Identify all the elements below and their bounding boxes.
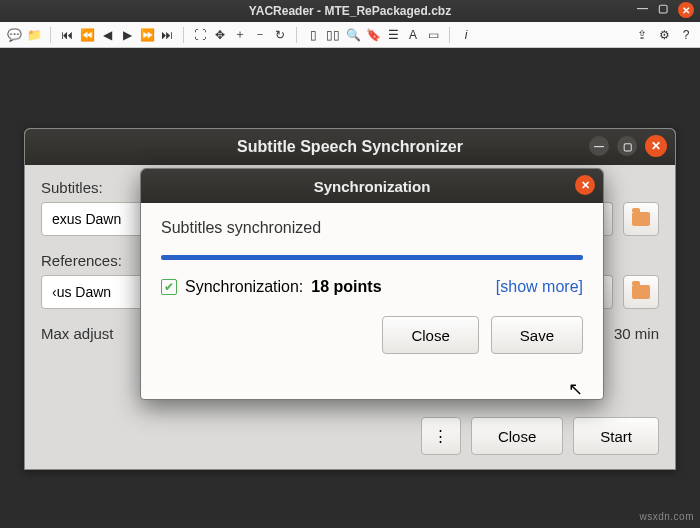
sync-save-button[interactable]: Save	[491, 316, 583, 354]
sss-start-button[interactable]: Start	[573, 417, 659, 455]
toolbar-separator	[296, 27, 297, 43]
bookmark-icon[interactable]: 🔖	[365, 27, 381, 43]
sss-titlebar: Subtitle Speech Synchronizer — ▢ ✕	[25, 129, 675, 165]
sync-title: Synchronization	[314, 178, 431, 195]
yacreader-toolbar: 💬 📁 ⏮ ⏪ ◀ ▶ ⏩ ⏭ ⛶ ✥ ＋ － ↻ ▯ ▯▯ 🔍 🔖 ☰ A ▭…	[0, 22, 700, 48]
close-icon[interactable]: ✕	[575, 175, 595, 195]
show-more-link[interactable]: [show more]	[496, 278, 583, 296]
gear-icon[interactable]: ⚙	[656, 27, 672, 43]
speech-bubble-icon[interactable]: 💬	[6, 27, 22, 43]
fit-icon[interactable]: ⛶	[192, 27, 208, 43]
more-button[interactable]: ⋮	[421, 417, 461, 455]
check-icon: ✔	[161, 279, 177, 295]
text-icon[interactable]: A	[405, 27, 421, 43]
minimize-icon[interactable]: —	[589, 136, 609, 156]
page-icon[interactable]: ▭	[425, 27, 441, 43]
close-icon[interactable]: ✕	[645, 135, 667, 157]
sync-status-prefix: Synchronization:	[185, 278, 303, 296]
export-icon[interactable]: ⇪	[634, 27, 650, 43]
sync-message: Subtitles synchronized	[161, 219, 583, 237]
back-icon[interactable]: ◀	[99, 27, 115, 43]
help-icon[interactable]: ?	[678, 27, 694, 43]
zoom-out-icon[interactable]: －	[252, 27, 268, 43]
single-page-icon[interactable]: ▯	[305, 27, 321, 43]
sync-status-points: 18 points	[311, 278, 381, 296]
max-adjust-label: Max adjust	[41, 325, 114, 342]
references-label: References:	[41, 252, 131, 269]
prev-page-icon[interactable]: ⏪	[79, 27, 95, 43]
maximize-icon[interactable]: ▢	[617, 136, 637, 156]
folder-icon[interactable]: 📁	[26, 27, 42, 43]
sync-titlebar: Synchronization ✕	[141, 169, 603, 203]
max-adjust-value: 30 min	[614, 325, 659, 342]
close-icon[interactable]: ✕	[678, 2, 694, 18]
double-page-icon[interactable]: ▯▯	[325, 27, 341, 43]
progress-bar	[161, 255, 583, 260]
sss-title: Subtitle Speech Synchronizer	[237, 138, 463, 156]
last-page-icon[interactable]: ⏭	[159, 27, 175, 43]
first-page-icon[interactable]: ⏮	[59, 27, 75, 43]
sync-close-button[interactable]: Close	[382, 316, 478, 354]
sss-footer-buttons: ⋮ Close Start	[421, 417, 659, 455]
synchronization-dialog: Synchronization ✕ Subtitles synchronized…	[140, 168, 604, 400]
minimize-icon[interactable]: —	[637, 2, 648, 18]
zoom-in-icon[interactable]: ＋	[232, 27, 248, 43]
subtitles-label: Subtitles:	[41, 179, 131, 196]
yacreader-titlebar: YACReader - MTE_RePackaged.cbz — ▢ ✕	[0, 0, 700, 22]
maximize-icon[interactable]: ▢	[658, 2, 668, 18]
subtitles-folder-button[interactable]	[623, 202, 659, 236]
folder-icon	[632, 285, 650, 299]
play-icon[interactable]: ▶	[119, 27, 135, 43]
search-icon[interactable]: 🔍	[345, 27, 361, 43]
references-folder-button[interactable]	[623, 275, 659, 309]
yacreader-title: YACReader - MTE_RePackaged.cbz	[249, 4, 451, 18]
toolbar-separator	[50, 27, 51, 43]
sss-close-button[interactable]: Close	[471, 417, 563, 455]
toolbar-separator	[449, 27, 450, 43]
next-page-icon[interactable]: ⏩	[139, 27, 155, 43]
yacreader-window-controls: — ▢ ✕	[637, 2, 694, 18]
list-icon[interactable]: ☰	[385, 27, 401, 43]
toolbar-separator	[183, 27, 184, 43]
crosshair-icon[interactable]: ✥	[212, 27, 228, 43]
rotate-icon[interactable]: ↻	[272, 27, 288, 43]
info-icon[interactable]: i	[458, 27, 474, 43]
folder-icon	[632, 212, 650, 226]
